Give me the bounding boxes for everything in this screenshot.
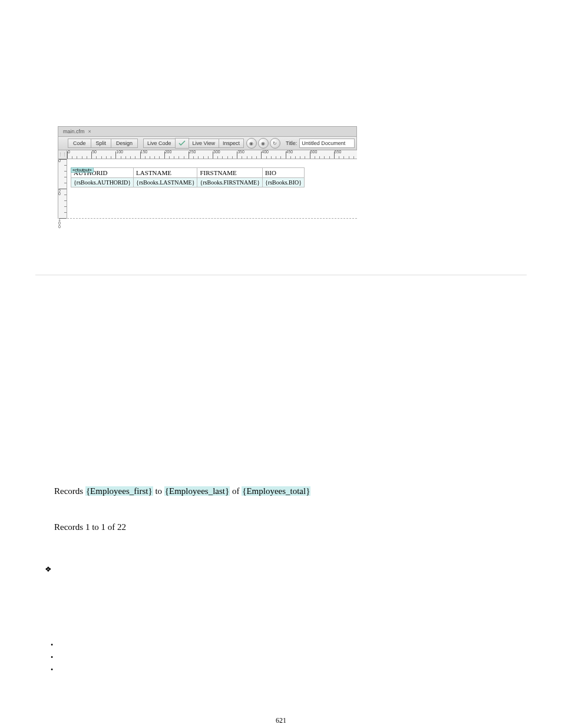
title-input[interactable]: Untitled Document bbox=[299, 139, 355, 148]
table-cell-binding[interactable]: {rsBooks.LASTNAME} bbox=[134, 178, 197, 187]
table-header[interactable]: FIRSTNAME bbox=[197, 168, 263, 178]
table-header[interactable]: BIO bbox=[263, 168, 305, 178]
title-label: Title: bbox=[286, 140, 297, 146]
table-row: AUTHORID LASTNAME FIRSTNAME BIO bbox=[71, 168, 305, 178]
table-cell-binding[interactable]: {rsBooks.BIO} bbox=[263, 178, 305, 187]
divider bbox=[35, 275, 527, 275]
document-tab-bar: main.cfm × bbox=[58, 126, 357, 136]
table-cell-binding[interactable]: {rsBooks.FIRSTNAME} bbox=[197, 178, 263, 187]
table-cell-binding[interactable]: {rsBooks.AUTHORID} bbox=[71, 178, 134, 187]
horizontal-ruler: 050100150200250300350400450500550600 bbox=[67, 150, 357, 159]
inspect-button[interactable]: Inspect bbox=[219, 139, 244, 148]
split-button[interactable]: Split bbox=[91, 139, 112, 148]
diamond-bullet: ❖ bbox=[45, 565, 527, 574]
placeholder-first: {Employees_first} bbox=[85, 486, 153, 496]
records-placeholder-line: Records {Employees_first} to {Employees_… bbox=[54, 486, 527, 496]
check-icon[interactable] bbox=[175, 138, 189, 149]
recordset-table[interactable]: AUTHORID LASTNAME FIRSTNAME BIO {rsBooks… bbox=[71, 167, 305, 187]
design-canvas[interactable]: «cfoutput» AUTHORID LASTNAME FIRSTNAME B… bbox=[67, 159, 357, 219]
refresh-icon[interactable]: ↻ bbox=[270, 138, 280, 149]
placeholder-last: {Employees_last} bbox=[164, 486, 230, 496]
document-toolbar: Code Split Design Live Code Live View In… bbox=[58, 136, 357, 150]
table-header[interactable]: LASTNAME bbox=[134, 168, 197, 178]
text: to bbox=[153, 486, 164, 496]
file-tab-label: main.cfm bbox=[63, 129, 85, 134]
placeholder-total: {Employees_total} bbox=[242, 486, 310, 496]
file-tab[interactable]: main.cfm × bbox=[58, 128, 96, 135]
browser-nav-icon-2[interactable]: ◉ bbox=[258, 138, 269, 149]
dreamweaver-screenshot: main.cfm × Code Split Design Live Code L… bbox=[58, 126, 357, 219]
records-resolved-line: Records 1 to 1 of 22 bbox=[54, 522, 527, 532]
code-button[interactable]: Code bbox=[68, 139, 91, 148]
live-view-button[interactable]: Live View bbox=[189, 139, 219, 148]
bullet: • bbox=[51, 664, 527, 676]
text: Records bbox=[54, 486, 85, 496]
grip-icon bbox=[62, 139, 65, 147]
bullet: • bbox=[51, 651, 527, 664]
design-button[interactable]: Design bbox=[111, 139, 138, 148]
cfoutput-tag[interactable]: «cfoutput» bbox=[71, 167, 94, 173]
browser-nav-icon[interactable]: ◉ bbox=[246, 138, 257, 149]
live-code-button[interactable]: Live Code bbox=[143, 139, 176, 148]
table-row: {rsBooks.AUTHORID} {rsBooks.LASTNAME} {r… bbox=[71, 178, 305, 187]
bullet-list: • • • bbox=[51, 639, 527, 676]
bullet: • bbox=[51, 639, 527, 651]
ruler-corner: ⋮⋮ bbox=[58, 150, 67, 159]
close-icon[interactable]: × bbox=[88, 129, 91, 134]
vertical-ruler: 050100 bbox=[58, 159, 67, 218]
page-number: 621 bbox=[35, 716, 527, 725]
text: of bbox=[230, 486, 242, 496]
